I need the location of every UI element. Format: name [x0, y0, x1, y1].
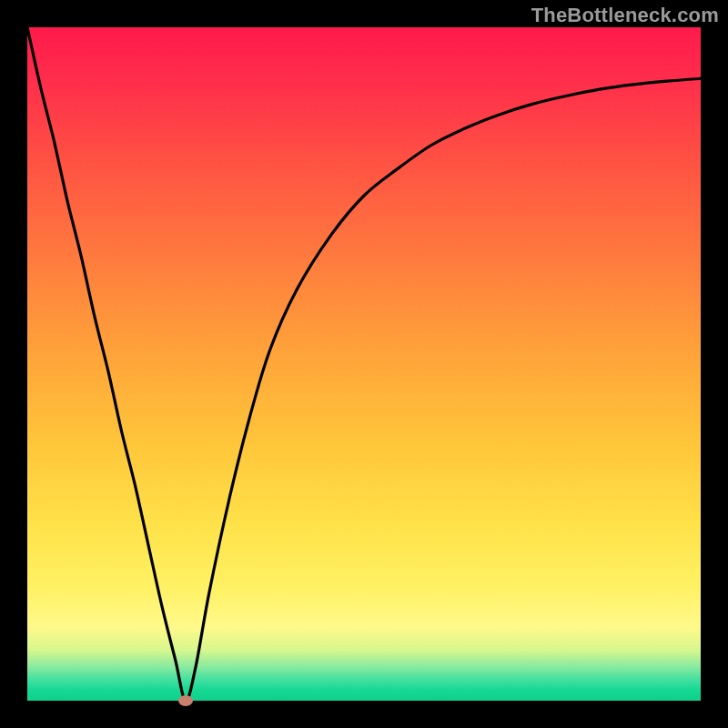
watermark-text: TheBottleneck.com [531, 4, 719, 27]
optimum-marker [178, 695, 193, 706]
plot-area [27, 27, 701, 701]
chart-frame: TheBottleneck.com [0, 0, 728, 728]
bottleneck-curve [27, 27, 701, 701]
